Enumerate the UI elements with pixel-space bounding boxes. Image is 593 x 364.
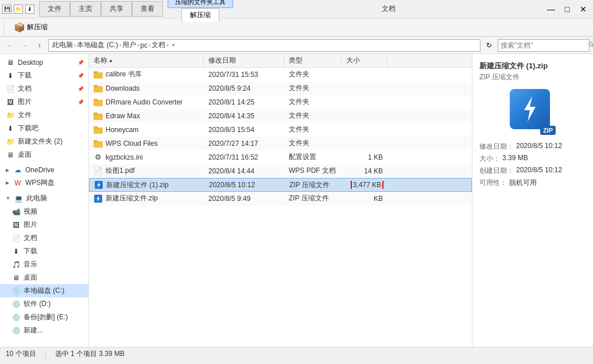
- file-item[interactable]: Downloads 2020/8/5 9:24 文件夹: [89, 82, 472, 95]
- file-name: Honeycam: [89, 125, 204, 134]
- file-item[interactable]: Honeycam 2020/8/3 15:54 文件夹: [89, 123, 472, 137]
- path-item-docs[interactable]: 文档: [152, 40, 165, 50]
- maximize-button[interactable]: □: [560, 3, 575, 15]
- file-item[interactable]: 新建压缩文件 (1).zip 2020/8/5 10:12 ZIP 压缩文件 3…: [89, 178, 472, 192]
- col-header-name[interactable]: 名称 ▲: [89, 54, 204, 67]
- tab-home[interactable]: 主页: [70, 1, 101, 17]
- file-type: 文件夹: [284, 97, 342, 107]
- file-item[interactable]: WPS Cloud Files 2020/7/27 14:17 文件夹: [89, 137, 472, 150]
- path-dropdown-arrow[interactable]: ▾: [172, 42, 175, 48]
- sidebar-item-dl[interactable]: ⬇ 下载: [0, 245, 88, 258]
- file-date: 2020/8/4 14:44: [204, 167, 284, 175]
- close-button[interactable]: ✕: [576, 3, 591, 15]
- zip-icon-bg: [510, 89, 550, 129]
- file-item[interactable]: calibre 书库 2020/7/31 15:53 文件夹: [89, 68, 472, 82]
- sidebar-item-video[interactable]: 📹 视频: [0, 205, 88, 218]
- sidebar-item-images2[interactable]: 🖼 图片: [0, 218, 88, 231]
- file-item[interactable]: ⚙ kgzbckzs.ini 2020/7/31 16:52 配置设置 1 KB: [89, 150, 472, 164]
- svg-rect-1: [94, 71, 98, 73]
- file-name: 新建压缩文件.zip: [89, 193, 204, 203]
- sidebar-item-download[interactable]: ⬇ 下载 📌: [0, 69, 88, 82]
- col-header-type[interactable]: 类型: [284, 54, 342, 67]
- sidebar-label-wps: WPS网盘: [25, 178, 55, 188]
- wps-expand-arrow[interactable]: ▶: [6, 180, 9, 185]
- nav-forward-button[interactable]: →: [18, 39, 31, 52]
- sidebar-item-docs[interactable]: 📄 文档 📌: [0, 82, 88, 95]
- file-type: 配置设置: [284, 152, 342, 162]
- file-icon: [94, 194, 103, 203]
- search-input[interactable]: [501, 41, 587, 49]
- nav-up-button[interactable]: ↑: [33, 39, 46, 52]
- sidebar-item-wps[interactable]: ▶ W WPS网盘: [0, 176, 88, 189]
- file-name: Downloads: [89, 84, 204, 93]
- minimize-button[interactable]: —: [544, 3, 559, 15]
- avail-value: 脱机可用: [509, 178, 537, 188]
- tab-extract[interactable]: 解压缩: [181, 8, 219, 22]
- file-type: 文件夹: [284, 138, 342, 148]
- svg-rect-9: [94, 126, 98, 129]
- sidebar-item-onedrive[interactable]: ▶ ☁ OneDrive: [0, 164, 88, 176]
- extract-button[interactable]: 📦 解压缩: [9, 20, 53, 35]
- refresh-button[interactable]: ↻: [483, 39, 495, 52]
- sidebar-item-docs2[interactable]: 📄 文档: [0, 231, 88, 245]
- path-item-thispc[interactable]: 此电脑: [52, 40, 73, 50]
- onedrive-expand-arrow[interactable]: ▶: [6, 168, 9, 173]
- path-item-pc[interactable]: pc: [140, 41, 148, 49]
- drive-e-icon: 💿: [11, 313, 21, 322]
- status-total: 10 个项目: [6, 349, 36, 359]
- drive-d-icon: 💿: [11, 300, 21, 309]
- tab-share[interactable]: 共享: [101, 1, 132, 17]
- window-icon-save[interactable]: 💾: [2, 5, 11, 14]
- thispc-expand-arrow[interactable]: ▼: [6, 196, 10, 201]
- file-name: DRmare Audio Converter: [89, 98, 204, 107]
- file-item[interactable]: 📄 绘图1.pdf 2020/8/4 14:44 WPS PDF 文档 14 K…: [89, 164, 472, 178]
- col-header-size[interactable]: 大小: [342, 54, 387, 67]
- file-icon: 📄: [94, 166, 103, 176]
- sidebar-item-desktop[interactable]: 🖥 Desktop 📌: [0, 56, 88, 69]
- tab-file[interactable]: 文件: [39, 1, 70, 17]
- sidebar-label-onedrive: OneDrive: [25, 166, 55, 174]
- file-size: 1 KB: [342, 153, 387, 161]
- tab-compressed-tools[interactable]: 压缩的文件夹工具: [168, 0, 233, 8]
- path-item-c[interactable]: 本地磁盘 (C:): [77, 40, 118, 50]
- file-item[interactable]: 新建压缩文件.zip 2020/8/5 9:49 ZIP 压缩文件 KB: [89, 192, 472, 206]
- sidebar-item-drive-new[interactable]: 💿 新建...: [0, 324, 88, 337]
- tab-view[interactable]: 查看: [132, 1, 163, 17]
- sidebar-item-files[interactable]: 📁 文件: [0, 109, 88, 122]
- sidebar-item-music[interactable]: 🎵 音乐: [0, 258, 88, 271]
- window-title: 文档: [382, 4, 396, 14]
- downloadba-icon: ⬇: [6, 124, 15, 133]
- sidebar-item-dsk[interactable]: 🖥 桌面: [0, 148, 88, 161]
- window-icon-folder[interactable]: 📁: [14, 5, 23, 14]
- sidebar-item-drive-d[interactable]: 💿 软件 (D:): [0, 297, 88, 311]
- file-item[interactable]: Edraw Max 2020/8/4 14:35 文件夹: [89, 109, 472, 123]
- sidebar-label-desktop2: 桌面: [24, 273, 37, 282]
- file-item[interactable]: DRmare Audio Converter 2020/8/1 14:25 文件…: [89, 95, 472, 109]
- preview-row-created: 创建日期： 2020/8/5 10:12: [479, 166, 586, 176]
- sidebar-item-drive-e[interactable]: 💿 备份[勿删] (E:): [0, 311, 88, 324]
- docs2-icon: 📄: [11, 234, 21, 243]
- file-type: 文件夹: [284, 111, 342, 121]
- col-header-date[interactable]: 修改日期: [204, 54, 284, 67]
- file-name: 新建压缩文件 (1).zip: [90, 180, 204, 190]
- file-icon: [94, 111, 103, 121]
- sidebar-item-newfolder[interactable]: 📁 新建文件夹 (2): [0, 135, 88, 148]
- path-item-users[interactable]: 用户: [122, 40, 136, 50]
- search-icon: 🔍: [588, 41, 593, 49]
- nav-back-button[interactable]: ←: [3, 39, 16, 52]
- sidebar-item-drive-c[interactable]: 💿 本地磁盘 (C:): [0, 284, 88, 297]
- title-bar-controls: — □ ✕: [544, 3, 591, 15]
- preview-panel: 新建压缩文件 (1).zip ZIP 压缩文件 ZIP 修改日期： 2020/8…: [472, 54, 593, 347]
- thispc-icon: 💻: [14, 194, 24, 203]
- sidebar-item-thispc[interactable]: ▼ 💻 此电脑: [0, 192, 88, 205]
- sidebar-item-downloadba[interactable]: ⬇ 下载吧: [0, 122, 88, 135]
- file-type: ZIP 压缩文件: [284, 193, 342, 203]
- address-bar: ← → ↑ 此电脑 › 本地磁盘 (C:) › 用户 › pc › 文档 › ▾…: [0, 37, 593, 54]
- sidebar-item-images[interactable]: 🖼 图片 📌: [0, 95, 88, 109]
- title-bar-icons: 💾 📁 ⬇: [2, 5, 34, 14]
- file-date: 2020/7/27 14:17: [204, 140, 284, 148]
- preview-icon-area: ZIP: [479, 89, 586, 135]
- onedrive-icon: ☁: [13, 165, 22, 175]
- sidebar-item-desktop2[interactable]: 🖥 桌面: [0, 271, 88, 284]
- window-icon-down[interactable]: ⬇: [25, 5, 34, 14]
